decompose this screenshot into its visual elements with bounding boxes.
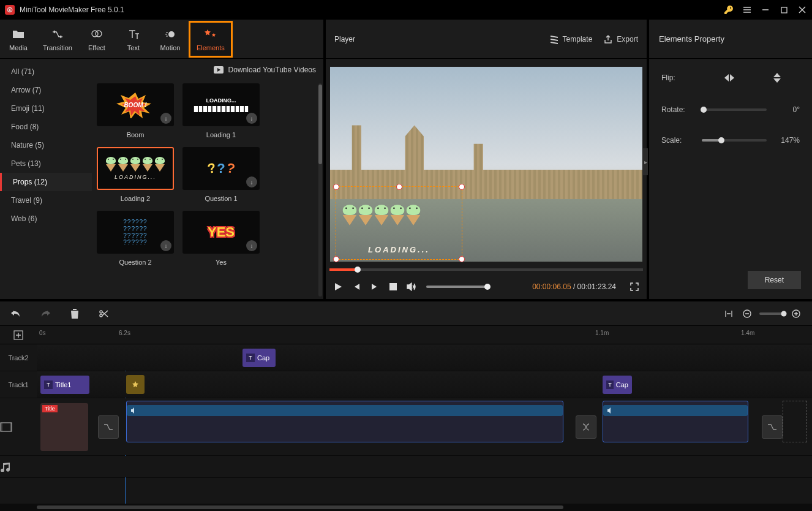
- export-icon: [603, 34, 613, 44]
- nav-text[interactable]: Text: [115, 21, 152, 58]
- download-icon[interactable]: ↓: [246, 240, 257, 251]
- video-clip[interactable]: [126, 401, 563, 442]
- element-tile-loading1[interactable]: LOADING... ↓ Loading 1: [182, 83, 260, 138]
- resize-handle[interactable]: [333, 256, 339, 262]
- download-icon[interactable]: ↓: [160, 240, 171, 251]
- rotate-slider[interactable]: [702, 108, 767, 111]
- element-tile-yes[interactable]: YES ↓ Yes: [182, 211, 260, 266]
- download-icon[interactable]: ↓: [246, 113, 257, 124]
- resize-handle[interactable]: [459, 184, 465, 190]
- nav-label: Effect: [88, 44, 105, 51]
- transition-clip[interactable]: [576, 415, 596, 439]
- nav-media[interactable]: Media: [0, 21, 37, 58]
- prev-frame-button[interactable]: [350, 281, 363, 293]
- svg-rect-5: [389, 283, 397, 290]
- next-frame-button[interactable]: [369, 281, 381, 293]
- audio-strip: [603, 405, 748, 416]
- category-travel[interactable]: Travel (9): [0, 191, 92, 210]
- transition-clip[interactable]: [98, 415, 119, 439]
- svg-rect-10: [1, 423, 2, 431]
- folder-icon: [12, 27, 24, 42]
- category-arrow[interactable]: Arrow (7): [0, 81, 92, 99]
- window-maximize-button[interactable]: [779, 5, 789, 15]
- zoom-out-button[interactable]: [741, 308, 753, 320]
- category-food[interactable]: Food (8): [0, 118, 92, 136]
- delete-button[interactable]: [69, 308, 81, 320]
- stop-button[interactable]: [387, 281, 399, 293]
- zoom-head[interactable]: [781, 311, 787, 316]
- fullscreen-button[interactable]: [628, 281, 641, 293]
- nav-motion[interactable]: Motion: [152, 21, 189, 58]
- video-clip[interactable]: [603, 401, 748, 442]
- resize-handle[interactable]: [459, 256, 465, 262]
- category-list: All (71) Arrow (7) Emoji (11) Food (8) N…: [0, 59, 92, 299]
- category-props[interactable]: Props (12): [0, 173, 92, 191]
- rotate-row: Rotate: 0°: [661, 105, 800, 114]
- timeline-ruler[interactable]: 0s 6.2s 1.1m 1.4m: [0, 326, 812, 344]
- play-button[interactable]: [332, 281, 344, 293]
- redo-button[interactable]: [39, 308, 51, 320]
- preview-area[interactable]: LOADING... ▸: [326, 59, 647, 265]
- scale-slider[interactable]: [702, 139, 767, 142]
- title-clip[interactable]: T Title1: [40, 376, 89, 394]
- volume-icon[interactable]: [405, 281, 418, 293]
- nav-transition[interactable]: Transition: [37, 21, 78, 58]
- flip-horizontal-button[interactable]: [724, 74, 736, 82]
- element-clip[interactable]: [126, 375, 145, 394]
- speaker-icon: [607, 407, 614, 414]
- upgrade-key-icon[interactable]: [724, 5, 734, 15]
- tile-label: Loading 2: [121, 195, 150, 202]
- volume-slider[interactable]: [426, 286, 487, 288]
- undo-button[interactable]: [10, 308, 22, 320]
- export-button[interactable]: Export: [603, 34, 638, 44]
- category-nature[interactable]: Nature (5): [0, 136, 92, 154]
- nav-elements[interactable]: Elements: [189, 21, 233, 58]
- zoom-slider[interactable]: [759, 312, 784, 315]
- template-button[interactable]: Template: [549, 34, 593, 44]
- fit-zoom-button[interactable]: [723, 308, 735, 320]
- hamburger-menu-icon[interactable]: [742, 5, 752, 15]
- audio-strip: [127, 405, 563, 416]
- empty-slot[interactable]: [783, 401, 807, 442]
- loading-text: LOADING...: [206, 97, 236, 104]
- title-thumbnail-clip[interactable]: Title: [40, 403, 88, 451]
- window-minimize-button[interactable]: [761, 5, 770, 15]
- timeline-horizontal-scrollbar[interactable]: [0, 504, 812, 511]
- player-controls: 00:00:06.05 / 00:01:23.24: [326, 274, 647, 299]
- slider-head[interactable]: [701, 107, 707, 113]
- caption-clip[interactable]: T Cap: [603, 376, 632, 394]
- window-close-button[interactable]: [797, 5, 807, 15]
- zoom-in-button[interactable]: [790, 308, 802, 320]
- reset-button[interactable]: Reset: [748, 271, 801, 289]
- category-all[interactable]: All (71): [0, 62, 92, 81]
- download-icon[interactable]: ↓: [160, 113, 171, 124]
- nav-effect[interactable]: Effect: [78, 21, 115, 58]
- element-tile-loading2[interactable]: LOADING... Loading 2: [97, 147, 174, 202]
- category-web[interactable]: Web (6): [0, 210, 92, 228]
- download-icon[interactable]: ↓: [246, 176, 257, 187]
- progress-bar[interactable]: [326, 265, 647, 274]
- slider-head[interactable]: [718, 137, 724, 143]
- download-youtube-link[interactable]: Download YouTube Videos: [92, 59, 323, 81]
- element-tile-question2[interactable]: ?????? ?????? ?????? ?????? ↓ Question 2: [97, 211, 174, 266]
- expand-panel-button[interactable]: ▸: [643, 148, 648, 175]
- rotate-handle[interactable]: [396, 184, 402, 190]
- volume-head[interactable]: [484, 284, 491, 290]
- element-tile-boom[interactable]: BOOM ! ↓ Boom: [97, 83, 174, 138]
- audio-track-icon: [0, 462, 37, 472]
- transition-clip[interactable]: [762, 415, 783, 439]
- scrub-head[interactable]: [355, 267, 361, 273]
- resize-handle[interactable]: [333, 184, 339, 190]
- grid-scrollbar[interactable]: [318, 83, 322, 297]
- category-pets[interactable]: Pets (13): [0, 154, 92, 173]
- element-tile-question1[interactable]: ? ? ? ↓ Question 1: [182, 147, 260, 202]
- caption-clip[interactable]: T Cap: [242, 349, 276, 367]
- boom-text: BOOM !: [124, 102, 146, 108]
- flip-vertical-button[interactable]: [773, 72, 785, 83]
- add-track-button[interactable]: [0, 330, 37, 340]
- split-button[interactable]: [98, 308, 110, 320]
- category-emoji[interactable]: Emoji (11): [0, 99, 92, 118]
- tile-label: Boom: [127, 131, 145, 138]
- svg-point-1: [92, 31, 98, 37]
- overlay-element[interactable]: LOADING...: [336, 187, 462, 259]
